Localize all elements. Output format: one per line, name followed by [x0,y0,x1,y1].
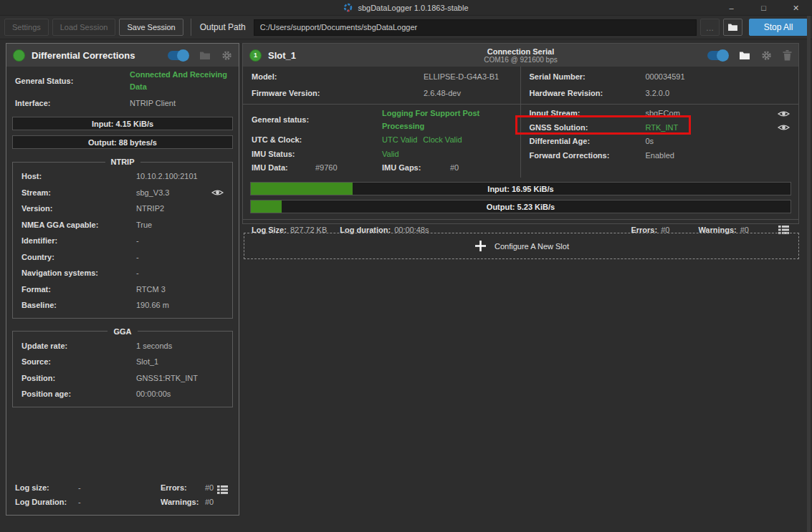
slot-general-status-row: General status: Logging For Support Post… [243,107,520,133]
ntrip-section: NTRIP Host: 10.10.2.100:2101 Stream: sbg… [12,158,233,319]
model-value: ELLIPSE-D-G4A3-B1 [424,71,499,83]
scrollbar[interactable] [807,16,811,532]
imu-status-row: IMU Status: Valid [243,147,520,162]
toolbar-divider [191,19,191,36]
log-duration-label: Log Duration: [15,496,78,508]
gnss-solution-value: RTK_INT [646,122,679,135]
utc-valid-value: UTC Valid [382,134,417,147]
imu-status-value: Valid [382,148,399,161]
imu-data-label: IMU Data: [252,162,315,175]
eye-icon[interactable] [211,188,224,197]
diff-panel-title: Differential Corrections [32,50,135,61]
imu-data-row: IMU Data: #9760 IMU Gaps: #0 [243,161,520,175]
slot-panel-header: 1 Slot_1 Connection Serial COM16 @ 92160… [243,44,798,67]
more-options-button[interactable]: ... [700,19,720,36]
gga-section: GGA Update rate: 1 seconds Source: Slot_… [12,327,233,407]
gnss-solution-label: GNSS Solution: [530,122,646,135]
close-icon[interactable]: ✕ [780,0,812,16]
app-window: { "colors": { "accent_blue":"#3d8ec9", "… [0,0,812,532]
output-path-input[interactable] [254,19,697,36]
input-progress-text: Input: 16.95 KiB/s [251,183,790,195]
gga-row: Position age: 00:00:00s [13,386,232,402]
gga-value: 1 seconds [136,340,172,352]
gga-section-title: GGA [108,327,137,336]
differential-age-value: 0s [646,135,654,148]
ntrip-label: Stream: [22,187,136,199]
general-status-value: Connected And Receiving Data [130,69,230,93]
output-path-label: Output Path [200,22,246,32]
gear-icon[interactable] [761,50,772,61]
folder-icon[interactable] [199,51,211,60]
app-logo-icon [343,3,353,12]
firmware-row: Firmware Version: 2.6.48-dev [243,85,520,102]
errors-label: Errors: [161,482,205,493]
minimize-icon[interactable]: – [715,0,747,16]
forward-corrections-row: Forward Corrections: Enabled [521,149,799,163]
load-session-button[interactable]: Load Session [52,19,116,36]
gga-value: GNSS1:RTK_INT [136,372,198,385]
ntrip-row: Country: - [13,249,232,266]
hardware-label: Hardware Revision: [530,87,646,100]
input-stream-row: Input Stream: sbgECom [521,107,799,121]
ntrip-value: - [136,235,139,247]
general-status-label: General Status: [15,75,130,87]
slot-status-dot: 1 [249,49,262,62]
ntrip-value: sbg_V3.3 [136,187,169,199]
ntrip-row: Format: RTCM 3 [13,281,232,298]
forward-corrections-value: Enabled [646,150,674,163]
log-duration-value: - [78,496,161,508]
ntrip-value: True [136,219,152,231]
save-session-button[interactable]: Save Session [119,19,183,36]
model-label: Model: [252,71,424,83]
configure-new-slot-button[interactable]: Configure A New Slot [244,233,799,259]
ntrip-value: 190.66 m [136,299,169,311]
eye-icon[interactable] [778,110,790,118]
slot-input-progressbar: Input: 16.95 KiB/s [250,182,791,195]
open-folder-button[interactable] [723,19,742,36]
ntrip-value: NTRIP2 [136,203,164,215]
utc-clock-label: UTC & Clock: [252,134,382,147]
imu-gaps-label: IMU Gaps: [382,162,450,175]
warnings-label: Warnings: [161,496,205,508]
gga-row: Position: GNSS1:RTK_INT [13,370,232,387]
interface-row: Interface: NTRIP Client [6,95,239,112]
ntrip-label: NMEA GGA capable: [22,219,136,231]
slot-output-progressbar: Output: 5.23 KiB/s [250,200,791,213]
ntrip-row: Navigation systems: - [13,265,232,281]
input-stream-label: Input Stream: [530,107,646,120]
differential-age-label: Differential Age: [530,135,646,148]
ntrip-label: Baseline: [22,299,136,311]
gear-icon[interactable] [221,50,232,61]
diff-enable-toggle[interactable] [168,51,188,60]
window-title: sbgDataLogger 1.0.1863-stable [358,4,468,12]
ntrip-value: RTCM 3 [136,284,166,296]
folder-icon [727,23,738,32]
ntrip-label: Version: [22,203,136,215]
ntrip-label: Navigation systems: [22,267,136,279]
stop-all-button[interactable]: Stop All [749,19,808,36]
errors-value: #0 [205,482,214,493]
folder-icon[interactable] [739,51,750,60]
settings-button[interactable]: Settings [4,19,49,36]
slot-general-status-label: General status: [252,114,382,127]
trash-icon[interactable] [783,50,792,61]
device-info-section: Model: ELLIPSE-D-G4A3-B1 Firmware Versio… [243,67,798,105]
gnss-solution-row: GNSS Solution: RTK_INT [521,121,799,135]
clock-valid-value: Clock Valid [423,134,462,147]
general-status-row: General Status: Connected And Receiving … [6,67,239,95]
ntrip-row: NMEA GGA capable: True [13,217,232,233]
eye-icon[interactable] [778,123,790,132]
slot-general-status-value: Logging For Support Post Processing [382,107,512,132]
maximize-icon[interactable]: □ [747,0,780,16]
serial-label: Serial Number: [530,71,646,83]
window-controls: – □ ✕ [715,0,812,16]
imu-status-label: IMU Status: [252,148,382,161]
configure-new-slot-label: Configure A New Slot [495,242,569,251]
gga-value: Slot_1 [136,356,158,368]
output-progress-text: Output: 5.23 KiB/s [251,200,790,213]
log-list-icon[interactable] [216,485,229,495]
ntrip-label: Format: [22,284,136,296]
status-section: General status: Logging For Support Post… [243,105,798,178]
imu-data-value: #9760 [315,162,382,175]
slot-enable-toggle[interactable] [707,51,728,60]
